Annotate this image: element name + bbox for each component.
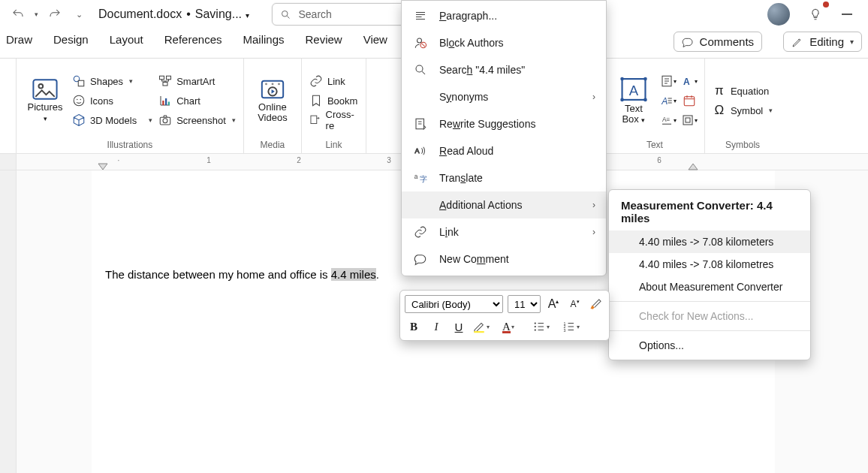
- coming-soon-button[interactable]: [803, 3, 827, 26]
- pictures-button[interactable]: Pictures▾: [23, 62, 68, 140]
- highlight-button[interactable]: ▾: [472, 318, 498, 336]
- tab-mailings[interactable]: Mailings: [243, 32, 284, 52]
- avatar[interactable]: [767, 3, 790, 26]
- editing-mode-button[interactable]: Editing ▾: [783, 32, 862, 52]
- menu-rewrite[interactable]: Rewrite Suggestions: [402, 110, 606, 137]
- svg-rect-42: [474, 331, 484, 333]
- undo-caret-icon[interactable]: ▾: [35, 11, 38, 18]
- tab-layout[interactable]: Layout: [110, 32, 143, 52]
- quickparts-icon: [660, 74, 674, 88]
- tab-draw[interactable]: Draw: [6, 32, 32, 52]
- menu-search-selection[interactable]: Search "4.4 miles": [402, 56, 606, 83]
- svg-point-27: [643, 98, 647, 101]
- svg-text:A: A: [415, 147, 420, 155]
- menu-link[interactable]: Link ›: [402, 218, 606, 246]
- cube-icon: [72, 113, 86, 127]
- submenu-about[interactable]: About Measurement Converter: [609, 276, 810, 298]
- tab-review[interactable]: Review: [306, 32, 342, 52]
- notification-dot-icon: [823, 2, 829, 8]
- search-icon: [280, 9, 291, 20]
- font-color-icon: A: [502, 320, 511, 333]
- svg-rect-9: [167, 76, 171, 80]
- symbol-button[interactable]: Ω Symbol▾: [711, 101, 774, 119]
- svg-rect-34: [686, 118, 690, 122]
- group-media: Online Videos Media: [244, 59, 302, 153]
- separator: [609, 301, 810, 302]
- font-family-select[interactable]: Calibri (Body): [405, 295, 503, 313]
- menu-additional-actions[interactable]: Additional Actions ›: [402, 191, 606, 218]
- quick-parts-button[interactable]: ▾: [659, 72, 677, 90]
- grow-font-button[interactable]: A▴: [545, 295, 562, 313]
- menu-synonyms[interactable]: Synonyms ›: [402, 83, 606, 110]
- svg-point-15: [163, 119, 167, 123]
- group-label-links: Link: [308, 140, 360, 152]
- left-indent-marker[interactable]: [98, 163, 108, 170]
- bullets-button[interactable]: ▾: [532, 318, 558, 336]
- submenu-km-us[interactable]: 4.40 miles -> 7.08 kilometers: [609, 230, 810, 253]
- format-painter-button[interactable]: [588, 295, 604, 313]
- smartart-icon: [158, 74, 172, 88]
- shapes-button[interactable]: Shapes▾: [71, 72, 154, 90]
- grow-font-icon: A▴: [548, 297, 559, 311]
- text-before: The distance between my home and office …: [105, 268, 331, 281]
- menu-read-aloud[interactable]: A Read Aloud: [402, 137, 606, 164]
- bold-button[interactable]: B: [405, 318, 423, 336]
- svg-point-35: [417, 38, 422, 43]
- shrink-font-button[interactable]: A▾: [566, 295, 583, 313]
- smartart-button[interactable]: SmartArt: [157, 72, 237, 90]
- qat-customize-button[interactable]: ⌄: [71, 3, 86, 26]
- icons-button[interactable]: Icons: [71, 92, 154, 110]
- link-button[interactable]: Link: [308, 72, 360, 90]
- submenu-km-uk[interactable]: 4.40 miles -> 7.08 kilometres: [609, 253, 810, 276]
- numbering-button[interactable]: 123▾: [562, 318, 588, 336]
- group-links: Link Bookm Cross-re Link: [302, 59, 366, 153]
- right-indent-marker[interactable]: [688, 163, 698, 170]
- svg-text:A: A: [629, 82, 639, 98]
- video-icon: [260, 78, 285, 101]
- undo-button[interactable]: [6, 3, 30, 26]
- window-minimize-button[interactable]: [832, 14, 862, 15]
- crossref-button[interactable]: Cross-re: [308, 111, 360, 129]
- tab-references[interactable]: References: [164, 32, 222, 52]
- italic-button[interactable]: I: [427, 318, 445, 336]
- online-videos-button[interactable]: Online Videos: [250, 62, 295, 140]
- underline-button[interactable]: U: [450, 318, 468, 336]
- tab-view[interactable]: View: [363, 32, 387, 52]
- group-label-media: Media: [250, 140, 295, 152]
- svg-point-44: [535, 326, 536, 327]
- object-button[interactable]: ▾: [680, 111, 698, 129]
- screenshot-button[interactable]: Screenshot▾: [157, 111, 237, 129]
- date-time-button[interactable]: [680, 92, 698, 110]
- editing-label: Editing: [809, 35, 844, 48]
- font-size-select[interactable]: 11: [508, 295, 541, 313]
- menu-block-authors[interactable]: Block Authors: [402, 29, 606, 56]
- wordart-button[interactable]: A▾: [680, 72, 698, 90]
- comments-button[interactable]: Comments: [674, 32, 763, 52]
- svg-point-25: [643, 77, 647, 80]
- redo-button[interactable]: [43, 3, 67, 26]
- svg-point-5: [74, 95, 84, 106]
- numbering-icon: 123: [562, 320, 576, 333]
- equation-button[interactable]: π Equation: [711, 82, 774, 100]
- dropcap-button[interactable]: A▾: [659, 92, 677, 110]
- omega-icon: Ω: [713, 103, 726, 118]
- font-color-button[interactable]: A▾: [502, 318, 528, 336]
- tab-design[interactable]: Design: [53, 32, 89, 52]
- svg-rect-21: [311, 116, 317, 123]
- bookmark-button[interactable]: Bookm: [308, 92, 360, 110]
- svg-text:A≡: A≡: [662, 116, 671, 123]
- text-selected: 4.4 miles: [331, 268, 376, 281]
- group-text: A Text Box ▾ ▾ A▾ A▾ A≡▾ ▾ Text: [605, 59, 705, 153]
- submenu-options[interactable]: Options...: [609, 334, 810, 357]
- svg-text:A: A: [683, 77, 690, 87]
- menu-translate[interactable]: a字 Translate: [402, 164, 606, 191]
- signature-button[interactable]: A≡▾: [659, 111, 677, 129]
- 3d-models-button[interactable]: 3D Models▾: [71, 111, 154, 129]
- menu-new-comment[interactable]: New Comment: [402, 246, 606, 273]
- search-icon: [412, 63, 429, 77]
- svg-point-37: [416, 65, 423, 72]
- menu-paragraph[interactable]: Paragraph...: [402, 2, 606, 29]
- mini-toolbar: Calibri (Body) 11 A▴ A▾ B I U ▾ A▾ ▾ 123…: [399, 290, 610, 341]
- chart-button[interactable]: Chart: [157, 92, 237, 110]
- text-box-button[interactable]: A Text Box ▾: [611, 62, 656, 140]
